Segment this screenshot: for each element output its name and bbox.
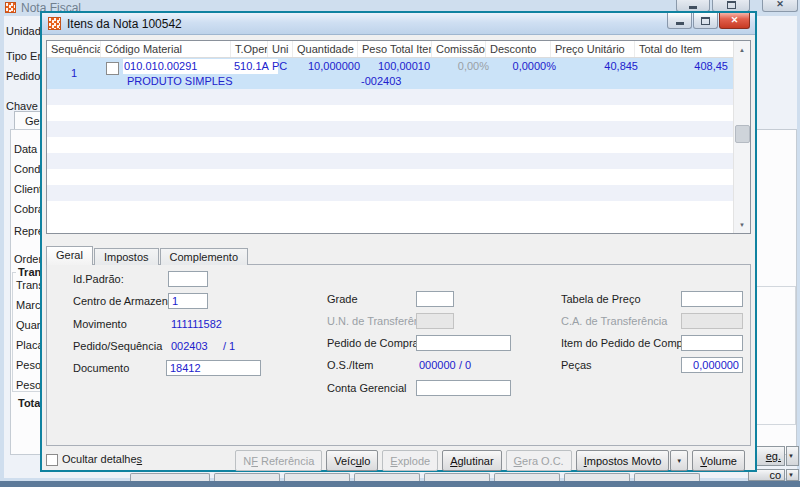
dropdown-icon: ▼ xyxy=(787,453,795,459)
close-icon: ✕ xyxy=(731,16,739,25)
cell-quantidade: 10,000000 xyxy=(298,60,360,72)
parent-bottom-button-fragment[interactable] xyxy=(130,473,210,481)
movimento-value: 111111582 xyxy=(171,318,222,330)
label-pedido: Pedido xyxy=(6,70,40,82)
gera-oc-button[interactable]: Gera O.C. xyxy=(506,450,572,471)
label-quantidade: Quan xyxy=(16,319,43,331)
label-peso-1: Peso xyxy=(16,359,41,371)
pecas-input[interactable] xyxy=(681,357,743,373)
label-id-padrao: Id.Padrão: xyxy=(73,273,124,285)
parent-bottom-button-fragment[interactable] xyxy=(354,473,420,481)
cell-desconto: 0,0000% xyxy=(494,60,556,72)
ocultar-detalhes-label[interactable]: Ocultar detalhes xyxy=(62,453,142,465)
tabela-preco-input[interactable] xyxy=(681,291,743,307)
grade-input[interactable] xyxy=(416,291,454,307)
empty-rows-stripes xyxy=(47,89,733,217)
label-condicao: Condi xyxy=(14,163,43,175)
dropdown-icon: ▼ xyxy=(787,472,795,478)
label-pedido-compra: Pedido de Compra xyxy=(327,337,419,349)
col-uni[interactable]: Uni xyxy=(268,41,293,57)
col-codigo-material[interactable]: Código Material xyxy=(101,41,231,57)
label-ca-transferencia: C.A. de Transferência xyxy=(561,315,667,327)
documento-input[interactable] xyxy=(166,360,261,376)
cell-sequencia: 1 xyxy=(47,58,101,89)
parent-button-eg-dropdown[interactable]: ▼ xyxy=(786,446,799,466)
pedido-compra-input[interactable] xyxy=(416,335,511,351)
minimize-icon xyxy=(676,22,684,25)
cell-t-oper: 510.1A xyxy=(234,60,269,72)
tab-panel-geral: Id.Padrão: Centro de Armazenagem Movimen… xyxy=(46,264,751,446)
scroll-down-button[interactable]: ▼ xyxy=(734,216,750,233)
close-icon: ✕ xyxy=(776,0,784,9)
table-row[interactable]: 1 010.010.00291 510.1A PC 10,000000 100,… xyxy=(47,58,733,89)
parent-bottom-button-fragment[interactable] xyxy=(634,473,700,481)
dialog-titlebar[interactable]: Itens da Nota 100542 ✕ xyxy=(42,13,755,35)
parent-bottom-button-fragment[interactable] xyxy=(424,473,490,481)
id-padrao-input[interactable] xyxy=(168,271,208,287)
nf-referencia-button[interactable]: NF Referência xyxy=(235,450,322,471)
volume-button[interactable]: Volume xyxy=(692,450,745,471)
label-tabela-preco: Tabela de Preço xyxy=(561,293,641,305)
scroll-up-button[interactable]: ▲ xyxy=(734,41,750,58)
col-comissao[interactable]: Comissão xyxy=(432,41,486,57)
desktop: Nota Fiscal ✕ Unidade Tipo Emi Pedido Ch… xyxy=(0,0,800,487)
tab-impostos[interactable]: Impostos xyxy=(94,248,159,265)
parent-bottom-button-fragment[interactable] xyxy=(214,473,280,481)
parent-button-co-dropdown[interactable]: ▼ xyxy=(786,469,799,481)
dropdown-icon: ▼ xyxy=(676,458,682,464)
label-peso-2: Peso xyxy=(16,379,41,391)
app-grid-icon xyxy=(5,2,16,13)
row-checkbox[interactable] xyxy=(106,62,119,75)
cell-uni: PC xyxy=(272,60,287,72)
items-table-header: Sequência Código Material T.Oper. Uni Qu… xyxy=(47,41,733,58)
impostos-movto-button[interactable]: Impostos Movto xyxy=(576,450,670,471)
minimize-icon xyxy=(689,6,697,9)
col-total-do-item[interactable]: Total do Item xyxy=(635,41,733,57)
col-t-oper[interactable]: T.Oper. xyxy=(231,41,268,57)
cell-referencia: -002403 xyxy=(361,75,401,87)
col-sequencia[interactable]: Sequência xyxy=(47,41,101,57)
col-desconto[interactable]: Desconto xyxy=(486,41,551,57)
items-table: Sequência Código Material T.Oper. Uni Qu… xyxy=(46,40,751,234)
col-preco-unitario[interactable]: Preço Unitário xyxy=(551,41,635,57)
maximize-icon xyxy=(701,17,710,25)
centro-armazenagem-input[interactable] xyxy=(168,293,208,309)
impostos-movto-dropdown-button[interactable]: ▼ xyxy=(670,450,688,471)
aglutinar-button[interactable]: Aglutinar xyxy=(442,450,501,471)
conta-gerencial-input[interactable] xyxy=(416,380,511,396)
label-movimento: Movimento xyxy=(73,318,127,330)
scroll-up-icon: ▲ xyxy=(739,47,745,53)
label-item-pedido-compra: Item do Pedido de Compra xyxy=(561,337,692,349)
pedido-sequencia-value2: / 1 xyxy=(223,340,235,352)
parent-bottom-button-fragment[interactable] xyxy=(494,473,560,481)
explode-button[interactable]: Explode xyxy=(382,450,438,471)
os-item-value2: / 0 xyxy=(459,359,471,371)
label-cliente: Client xyxy=(14,183,42,195)
dialog-maximize-button[interactable] xyxy=(693,13,718,29)
os-item-value: 000000 xyxy=(419,359,456,371)
detail-tabs: Geral Impostos Complemento xyxy=(46,246,249,265)
col-peso-total-item[interactable]: Peso Total Item xyxy=(358,41,432,57)
col-quantidade[interactable]: Quantidade xyxy=(293,41,358,57)
label-grade: Grade xyxy=(327,293,358,305)
item-pedido-compra-input[interactable] xyxy=(681,335,743,351)
veiculo-button[interactable]: Veículo xyxy=(326,450,378,471)
label-total: Tota xyxy=(18,397,40,409)
cell-peso-total-item: 100,00010 xyxy=(364,60,430,72)
dialog-minimize-button[interactable] xyxy=(667,13,692,29)
vertical-scrollbar[interactable]: ▲ ▼ xyxy=(733,41,750,233)
un-transferencia-input xyxy=(416,313,454,329)
dialog-client-area: Sequência Código Material T.Oper. Uni Qu… xyxy=(42,35,755,470)
parent-close-button[interactable]: ✕ xyxy=(762,0,798,12)
cell-total-do-item: 408,45 xyxy=(644,60,728,72)
ocultar-detalhes-checkbox[interactable] xyxy=(46,454,58,466)
dialog-close-button[interactable]: ✕ xyxy=(719,13,750,29)
parent-bottom-button-fragment[interactable] xyxy=(564,473,630,481)
footer-buttons: NF Referência Veículo Explode Aglutinar … xyxy=(235,450,745,471)
tab-complemento[interactable]: Complemento xyxy=(160,248,248,265)
tab-geral[interactable]: Geral xyxy=(46,246,93,265)
parent-bottom-button-fragment[interactable] xyxy=(284,473,350,481)
maximize-icon xyxy=(727,1,736,9)
scrollbar-thumb[interactable] xyxy=(735,125,750,143)
cell-comissao: 0,00% xyxy=(439,60,489,72)
